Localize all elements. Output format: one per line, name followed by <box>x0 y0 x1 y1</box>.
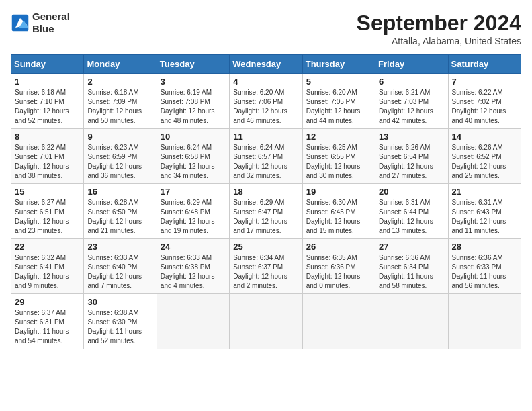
day-number: 7 <box>452 77 517 87</box>
calendar-cell: 14 Sunrise: 6:26 AM Sunset: 6:52 PM Dayl… <box>448 129 521 184</box>
week-row-4: 22 Sunrise: 6:32 AM Sunset: 6:41 PM Dayl… <box>11 239 521 294</box>
day-number: 2 <box>87 77 152 87</box>
day-info: Sunrise: 6:26 AM Sunset: 6:52 PM Dayligh… <box>452 143 517 181</box>
col-header-saturday: Saturday <box>448 55 521 74</box>
calendar-cell: 6 Sunrise: 6:21 AM Sunset: 7:03 PM Dayli… <box>375 74 448 129</box>
logo-line1: General <box>32 11 70 23</box>
day-number: 12 <box>306 132 371 142</box>
day-info: Sunrise: 6:18 AM Sunset: 7:09 PM Dayligh… <box>87 88 152 126</box>
day-number: 28 <box>452 242 517 252</box>
day-info: Sunrise: 6:22 AM Sunset: 7:02 PM Dayligh… <box>452 88 517 126</box>
day-number: 17 <box>161 187 226 197</box>
logo-icon <box>11 13 30 32</box>
day-info: Sunrise: 6:38 AM Sunset: 6:30 PM Dayligh… <box>87 308 152 346</box>
calendar-cell <box>375 294 448 349</box>
week-row-1: 1 Sunrise: 6:18 AM Sunset: 7:10 PM Dayli… <box>11 74 521 129</box>
day-number: 25 <box>233 242 298 252</box>
calendar-cell <box>302 294 375 349</box>
day-number: 1 <box>15 77 80 87</box>
calendar-cell: 18 Sunrise: 6:29 AM Sunset: 6:47 PM Dayl… <box>230 184 302 239</box>
day-number: 4 <box>233 77 298 87</box>
day-info: Sunrise: 6:35 AM Sunset: 6:36 PM Dayligh… <box>306 253 371 291</box>
day-info: Sunrise: 6:29 AM Sunset: 6:48 PM Dayligh… <box>161 198 226 236</box>
calendar-cell: 21 Sunrise: 6:31 AM Sunset: 6:43 PM Dayl… <box>448 184 521 239</box>
day-info: Sunrise: 6:21 AM Sunset: 7:03 PM Dayligh… <box>379 88 444 126</box>
day-number: 24 <box>161 242 226 252</box>
col-header-monday: Monday <box>84 55 157 74</box>
day-info: Sunrise: 6:22 AM Sunset: 7:01 PM Dayligh… <box>15 143 80 181</box>
calendar-cell: 9 Sunrise: 6:23 AM Sunset: 6:59 PM Dayli… <box>84 129 157 184</box>
calendar-cell: 11 Sunrise: 6:24 AM Sunset: 6:57 PM Dayl… <box>230 129 302 184</box>
calendar-cell: 2 Sunrise: 6:18 AM Sunset: 7:09 PM Dayli… <box>84 74 157 129</box>
calendar-cell: 13 Sunrise: 6:26 AM Sunset: 6:54 PM Dayl… <box>375 129 448 184</box>
header-row: SundayMondayTuesdayWednesdayThursdayFrid… <box>11 55 521 74</box>
col-header-tuesday: Tuesday <box>157 55 229 74</box>
day-info: Sunrise: 6:23 AM Sunset: 6:59 PM Dayligh… <box>87 143 152 181</box>
day-info: Sunrise: 6:36 AM Sunset: 6:34 PM Dayligh… <box>379 253 444 291</box>
logo-line2: Blue <box>32 23 70 35</box>
day-number: 3 <box>161 77 226 87</box>
day-info: Sunrise: 6:19 AM Sunset: 7:08 PM Dayligh… <box>161 88 226 126</box>
week-row-5: 29 Sunrise: 6:37 AM Sunset: 6:31 PM Dayl… <box>11 294 521 349</box>
calendar-cell: 25 Sunrise: 6:34 AM Sunset: 6:37 PM Dayl… <box>230 239 302 294</box>
calendar-table: SundayMondayTuesdayWednesdayThursdayFrid… <box>11 54 521 349</box>
day-info: Sunrise: 6:26 AM Sunset: 6:54 PM Dayligh… <box>379 143 444 181</box>
day-info: Sunrise: 6:20 AM Sunset: 7:05 PM Dayligh… <box>306 88 371 126</box>
day-number: 15 <box>15 187 80 197</box>
calendar-cell: 5 Sunrise: 6:20 AM Sunset: 7:05 PM Dayli… <box>302 74 375 129</box>
col-header-wednesday: Wednesday <box>230 55 302 74</box>
day-number: 10 <box>161 132 226 142</box>
calendar-cell: 8 Sunrise: 6:22 AM Sunset: 7:01 PM Dayli… <box>11 129 84 184</box>
col-header-thursday: Thursday <box>302 55 375 74</box>
day-info: Sunrise: 6:30 AM Sunset: 6:45 PM Dayligh… <box>306 198 371 236</box>
day-info: Sunrise: 6:33 AM Sunset: 6:38 PM Dayligh… <box>161 253 226 291</box>
calendar-cell: 22 Sunrise: 6:32 AM Sunset: 6:41 PM Dayl… <box>11 239 84 294</box>
calendar-cell: 1 Sunrise: 6:18 AM Sunset: 7:10 PM Dayli… <box>11 74 84 129</box>
day-info: Sunrise: 6:24 AM Sunset: 6:58 PM Dayligh… <box>161 143 226 181</box>
calendar-cell: 28 Sunrise: 6:36 AM Sunset: 6:33 PM Dayl… <box>448 239 521 294</box>
day-number: 26 <box>306 242 371 252</box>
calendar-cell: 15 Sunrise: 6:27 AM Sunset: 6:51 PM Dayl… <box>11 184 84 239</box>
calendar-cell: 27 Sunrise: 6:36 AM Sunset: 6:34 PM Dayl… <box>375 239 448 294</box>
day-info: Sunrise: 6:27 AM Sunset: 6:51 PM Dayligh… <box>15 198 80 236</box>
calendar-cell <box>448 294 521 349</box>
day-number: 21 <box>452 187 517 197</box>
page-header: General Blue September 2024 Attalla, Ala… <box>11 11 521 46</box>
day-number: 5 <box>306 77 371 87</box>
calendar-cell: 24 Sunrise: 6:33 AM Sunset: 6:38 PM Dayl… <box>157 239 229 294</box>
calendar-cell: 29 Sunrise: 6:37 AM Sunset: 6:31 PM Dayl… <box>11 294 84 349</box>
calendar-cell: 26 Sunrise: 6:35 AM Sunset: 6:36 PM Dayl… <box>302 239 375 294</box>
calendar-cell: 10 Sunrise: 6:24 AM Sunset: 6:58 PM Dayl… <box>157 129 229 184</box>
calendar-cell: 23 Sunrise: 6:33 AM Sunset: 6:40 PM Dayl… <box>84 239 157 294</box>
day-number: 20 <box>379 187 444 197</box>
day-info: Sunrise: 6:18 AM Sunset: 7:10 PM Dayligh… <box>15 88 80 126</box>
day-info: Sunrise: 6:31 AM Sunset: 6:43 PM Dayligh… <box>452 198 517 236</box>
calendar-cell: 7 Sunrise: 6:22 AM Sunset: 7:02 PM Dayli… <box>448 74 521 129</box>
day-number: 30 <box>87 297 152 307</box>
day-number: 18 <box>233 187 298 197</box>
calendar-title: September 2024 <box>357 11 521 36</box>
day-info: Sunrise: 6:25 AM Sunset: 6:55 PM Dayligh… <box>306 143 371 181</box>
calendar-cell <box>230 294 302 349</box>
week-row-3: 15 Sunrise: 6:27 AM Sunset: 6:51 PM Dayl… <box>11 184 521 239</box>
col-header-sunday: Sunday <box>11 55 84 74</box>
day-number: 8 <box>15 132 80 142</box>
day-info: Sunrise: 6:34 AM Sunset: 6:37 PM Dayligh… <box>233 253 298 291</box>
day-number: 22 <box>15 242 80 252</box>
day-info: Sunrise: 6:36 AM Sunset: 6:33 PM Dayligh… <box>452 253 517 291</box>
calendar-cell: 17 Sunrise: 6:29 AM Sunset: 6:48 PM Dayl… <box>157 184 229 239</box>
calendar-cell: 3 Sunrise: 6:19 AM Sunset: 7:08 PM Dayli… <box>157 74 229 129</box>
day-info: Sunrise: 6:31 AM Sunset: 6:44 PM Dayligh… <box>379 198 444 236</box>
col-header-friday: Friday <box>375 55 448 74</box>
calendar-cell: 20 Sunrise: 6:31 AM Sunset: 6:44 PM Dayl… <box>375 184 448 239</box>
logo: General Blue <box>11 11 70 35</box>
day-info: Sunrise: 6:24 AM Sunset: 6:57 PM Dayligh… <box>233 143 298 181</box>
day-info: Sunrise: 6:28 AM Sunset: 6:50 PM Dayligh… <box>87 198 152 236</box>
day-number: 27 <box>379 242 444 252</box>
calendar-cell <box>157 294 229 349</box>
calendar-cell: 30 Sunrise: 6:38 AM Sunset: 6:30 PM Dayl… <box>84 294 157 349</box>
day-number: 23 <box>87 242 152 252</box>
day-number: 11 <box>233 132 298 142</box>
week-row-2: 8 Sunrise: 6:22 AM Sunset: 7:01 PM Dayli… <box>11 129 521 184</box>
title-block: September 2024 Attalla, Alabama, United … <box>357 11 521 46</box>
